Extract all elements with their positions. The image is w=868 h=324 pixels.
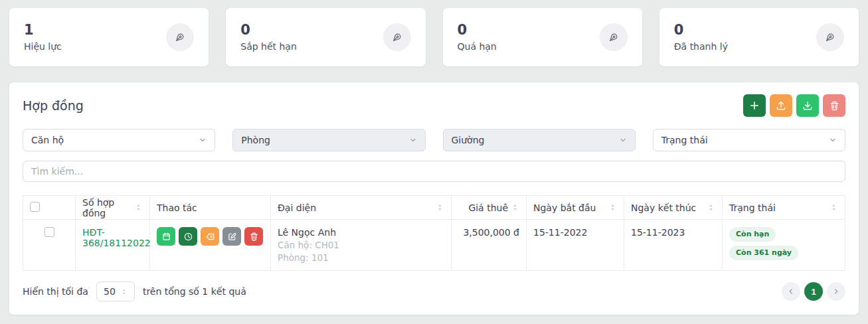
panel-header: Hợp đồng — [23, 94, 845, 117]
row-actions — [157, 227, 264, 246]
delete-row-button[interactable] — [244, 227, 263, 246]
chevron-down-icon — [199, 136, 207, 144]
delete-button[interactable] — [823, 94, 845, 117]
page-1-button[interactable]: 1 — [804, 282, 823, 301]
chevron-left-icon — [787, 287, 795, 295]
col-label: Số hợp đồng — [82, 197, 131, 218]
chevron-down-icon — [409, 136, 417, 144]
cancel-button[interactable] — [201, 227, 219, 246]
stat-value: 0 — [674, 23, 728, 38]
stat-label: Hiệu lực — [24, 41, 62, 52]
chevron-right-icon — [832, 287, 840, 295]
col-actions: Thao tác — [150, 196, 271, 220]
stat-label: Quá hạn — [458, 41, 497, 52]
edit-button[interactable] — [222, 227, 241, 246]
stat-card-overdue: 0 Quá hạn — [443, 8, 642, 66]
page-size-select[interactable]: 50 — [96, 282, 135, 301]
chevron-down-icon — [829, 136, 837, 144]
contracts-table: Số hợp đồng Thao tác Đại diện Giá thuê N… — [23, 195, 845, 271]
contract-number-link[interactable]: HĐT-368/18112022 — [82, 227, 151, 248]
representative-apartment: Căn hộ: CH01 — [278, 240, 444, 250]
download-button[interactable] — [796, 94, 819, 117]
results-total-text: trên tổng số 1 kết quả — [143, 286, 246, 297]
upload-button[interactable] — [770, 94, 792, 117]
pen-nib-icon — [383, 23, 411, 51]
pagination: 1 — [782, 282, 845, 301]
toolbar — [743, 94, 845, 117]
col-label: Thao tác — [157, 202, 197, 213]
col-representative[interactable]: Đại diện — [271, 196, 452, 220]
pen-nib-icon — [600, 23, 628, 51]
stat-label: Đã thanh lý — [674, 41, 728, 52]
end-date-cell: 15-11-2023 — [624, 220, 723, 271]
sort-icon — [829, 203, 838, 212]
contracts-panel: Hợp đồng Căn hộ Phòng Giường — [9, 82, 859, 315]
stat-card-active: 1 Hiệu lực — [9, 8, 209, 66]
stat-label: Sắp hết hạn — [240, 41, 297, 52]
history-button[interactable] — [179, 227, 197, 246]
table-header-row: Số hợp đồng Thao tác Đại diện Giá thuê N… — [23, 196, 845, 220]
clock-icon — [183, 232, 193, 242]
col-label: Giá thuê — [468, 202, 508, 213]
apartment-select-label: Căn hộ — [31, 135, 64, 145]
col-price[interactable]: Giá thuê — [452, 196, 527, 220]
price-cell: 3,500,000 đ — [452, 220, 527, 271]
col-end-date[interactable]: Ngày kết thúc — [624, 196, 723, 220]
sort-icon — [436, 203, 444, 212]
page-size-value: 50 — [104, 286, 116, 297]
bed-select-label: Giường — [452, 135, 485, 145]
trash-icon — [249, 232, 259, 242]
upload-icon — [775, 100, 787, 112]
select-all-checkbox[interactable] — [30, 202, 40, 212]
col-label: Ngày bắt đầu — [533, 202, 596, 213]
status-badges: Còn hạn Còn 361 ngày — [729, 227, 838, 260]
sort-icon — [134, 203, 143, 212]
page-title: Hợp đồng — [23, 98, 84, 113]
backspace-icon — [205, 232, 215, 242]
status-select[interactable]: Trạng thái — [653, 129, 845, 151]
col-label: Đại diện — [278, 202, 316, 213]
room-select[interactable]: Phòng — [232, 129, 425, 151]
apartment-select[interactable]: Căn hộ — [23, 129, 215, 151]
prev-page-button[interactable] — [782, 282, 800, 301]
stat-value: 1 — [24, 23, 62, 38]
download-icon — [802, 100, 814, 112]
status-badge: Còn hạn — [729, 227, 776, 242]
table-row: HĐT-368/18112022 — [23, 220, 845, 271]
next-page-button[interactable] — [827, 282, 845, 301]
sort-icon — [707, 203, 715, 212]
filters-row: Căn hộ Phòng Giường Trạng thái — [23, 129, 845, 151]
start-date-cell: 15-11-2022 — [527, 220, 624, 271]
row-checkbox[interactable] — [44, 227, 54, 237]
plus-icon — [748, 100, 760, 112]
status-badge: Còn 361 ngày — [729, 246, 798, 260]
calendar-icon — [161, 232, 171, 242]
sort-icon — [608, 203, 617, 212]
representative-name: Lê Ngọc Anh — [278, 227, 444, 238]
chevron-down-icon — [619, 136, 627, 144]
stat-card-expiring: 0 Sắp hết hạn — [226, 8, 425, 66]
add-button[interactable] — [743, 94, 766, 117]
search-input[interactable] — [23, 161, 845, 182]
trash-icon — [829, 100, 840, 112]
col-status[interactable]: Trạng thái — [723, 196, 845, 220]
col-label: Ngày kết thúc — [631, 202, 696, 213]
stat-card-liquidated: 0 Đã thanh lý — [659, 8, 859, 66]
stats-row: 1 Hiệu lực 0 Sắp hết hạn 0 Quá hạn 0 Đã … — [0, 0, 868, 66]
stat-value: 0 — [240, 23, 297, 38]
col-start-date[interactable]: Ngày bắt đầu — [527, 196, 624, 220]
page-size-prefix: Hiển thị tối đa — [23, 286, 88, 297]
pen-nib-icon — [816, 23, 844, 51]
calendar-button[interactable] — [157, 227, 175, 246]
stepper-icon — [120, 288, 128, 295]
representative-room: Phòng: 101 — [278, 252, 444, 263]
bed-select[interactable]: Giường — [443, 129, 636, 151]
room-select-label: Phòng — [241, 135, 270, 145]
stat-value: 0 — [458, 23, 497, 38]
pen-nib-icon — [166, 23, 194, 51]
col-label: Trạng thái — [729, 202, 776, 213]
col-contract-no[interactable]: Số hợp đồng — [76, 196, 150, 220]
table-footer: Hiển thị tối đa 50 trên tổng số 1 kết qu… — [23, 282, 845, 301]
edit-icon — [227, 232, 237, 242]
status-select-label: Trạng thái — [661, 135, 708, 145]
